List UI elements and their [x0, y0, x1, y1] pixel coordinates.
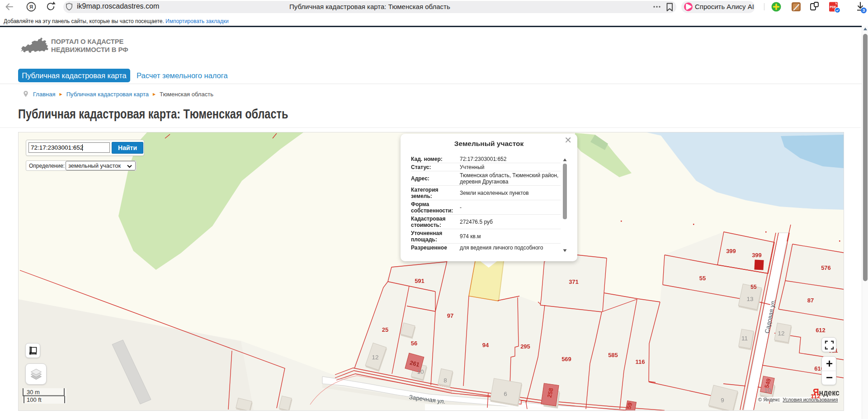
svg-text:97: 97 [447, 312, 453, 319]
svg-text:612: 612 [816, 327, 826, 334]
svg-text:399: 399 [752, 252, 762, 259]
svg-text:12: 12 [372, 354, 378, 361]
svg-text:6: 6 [504, 391, 507, 397]
svg-text:55: 55 [699, 275, 706, 282]
svg-text:116: 116 [636, 358, 645, 365]
svg-text:87: 87 [807, 297, 814, 304]
svg-text:8: 8 [443, 377, 447, 384]
svg-text:576: 576 [821, 264, 831, 271]
svg-text:56: 56 [411, 340, 417, 347]
svg-text:585: 585 [608, 352, 618, 358]
svg-text:9: 9 [721, 397, 724, 404]
svg-text:3: 3 [863, 8, 865, 13]
svg-text:399: 399 [726, 248, 736, 254]
svg-text:371: 371 [569, 278, 579, 285]
svg-text:55: 55 [750, 284, 757, 290]
svg-text:13: 13 [746, 296, 753, 302]
svg-text:12: 12 [778, 330, 784, 337]
svg-text:569: 569 [561, 356, 571, 363]
svg-text:10: 10 [764, 387, 771, 394]
svg-text:10: 10 [417, 368, 424, 375]
svg-text:11: 11 [741, 335, 748, 342]
svg-text:295: 295 [520, 343, 530, 350]
svg-text:94: 94 [482, 342, 489, 348]
svg-text:591: 591 [415, 278, 425, 284]
svg-text:100 ft: 100 ft [27, 396, 42, 403]
svg-text:25: 25 [382, 326, 388, 333]
svg-text:30 m: 30 m [27, 389, 40, 395]
svg-text:Я: Я [29, 4, 33, 9]
